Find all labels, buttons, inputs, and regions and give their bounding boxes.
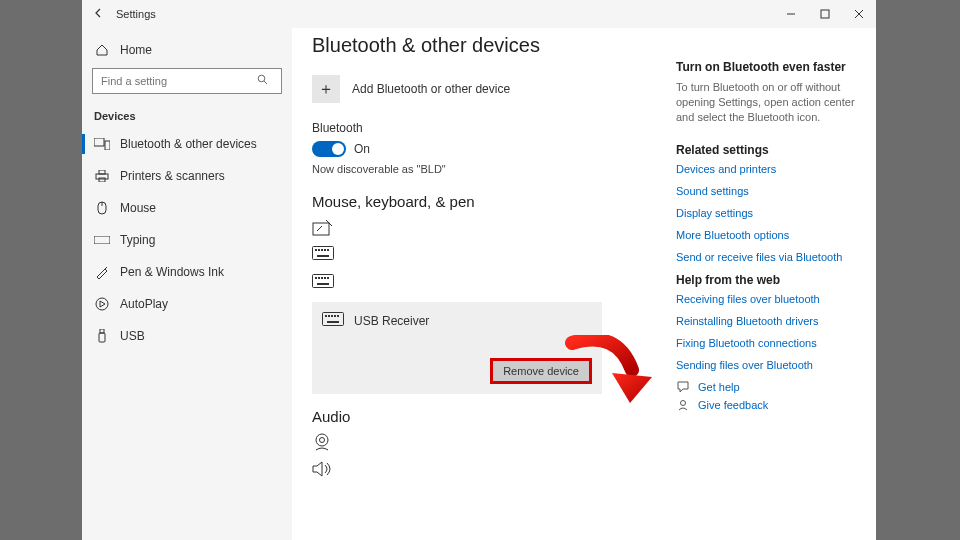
link-display-settings[interactable]: Display settings bbox=[676, 207, 864, 219]
section-audio: Audio bbox=[312, 408, 660, 425]
home-icon bbox=[94, 42, 110, 58]
close-icon bbox=[854, 9, 864, 19]
main-panel: Bluetooth & other devices ＋ Add Bluetoot… bbox=[292, 28, 676, 540]
svg-rect-34 bbox=[325, 315, 327, 317]
plus-icon: ＋ bbox=[318, 79, 334, 100]
give-feedback-label: Give feedback bbox=[698, 399, 768, 411]
svg-point-41 bbox=[320, 438, 325, 443]
link-fix-bt-connections[interactable]: Fixing Bluetooth connections bbox=[676, 337, 864, 349]
svg-rect-26 bbox=[313, 275, 334, 288]
add-device-row[interactable]: ＋ Add Bluetooth or other device bbox=[312, 75, 660, 103]
sidebar-item-bluetooth[interactable]: Bluetooth & other devices bbox=[82, 128, 292, 160]
svg-rect-11 bbox=[94, 236, 110, 244]
svg-rect-38 bbox=[337, 315, 339, 317]
svg-rect-39 bbox=[327, 321, 339, 323]
sidebar-item-autoplay[interactable]: AutoPlay bbox=[82, 288, 292, 320]
svg-rect-24 bbox=[327, 249, 329, 251]
pen-tablet-device-icon[interactable] bbox=[312, 218, 334, 236]
sidebar-item-label: AutoPlay bbox=[120, 297, 168, 311]
link-sound-settings[interactable]: Sound settings bbox=[676, 185, 864, 197]
keyboard-device-icon-2[interactable] bbox=[312, 274, 334, 292]
arrow-left-icon bbox=[93, 7, 105, 19]
keyboard-device-icon-1[interactable] bbox=[312, 246, 334, 264]
minimize-button[interactable] bbox=[774, 0, 808, 28]
svg-rect-35 bbox=[328, 315, 330, 317]
discoverable-text: Now discoverable as "BLD" bbox=[312, 163, 660, 175]
link-more-bt-options[interactable]: More Bluetooth options bbox=[676, 229, 864, 241]
content-area: Bluetooth & other devices ＋ Add Bluetoot… bbox=[292, 28, 876, 540]
svg-rect-29 bbox=[321, 277, 323, 279]
svg-rect-32 bbox=[317, 283, 329, 285]
tip-body: To turn Bluetooth on or off without open… bbox=[676, 80, 864, 125]
sidebar-section-label: Devices bbox=[82, 104, 292, 128]
sidebar-item-label: Printers & scanners bbox=[120, 169, 225, 183]
maximize-button[interactable] bbox=[808, 0, 842, 28]
remove-device-button[interactable]: Remove device bbox=[490, 358, 592, 384]
bluetooth-label: Bluetooth bbox=[312, 121, 660, 135]
add-device-button[interactable]: ＋ bbox=[312, 75, 340, 103]
maximize-icon bbox=[820, 9, 830, 19]
get-help-label: Get help bbox=[698, 381, 740, 393]
link-receive-files-bt[interactable]: Receiving files over bluetooth bbox=[676, 293, 864, 305]
devices-icon bbox=[94, 136, 110, 152]
svg-rect-30 bbox=[324, 277, 326, 279]
sidebar-item-label: Bluetooth & other devices bbox=[120, 137, 257, 151]
tip-title: Turn on Bluetooth even faster bbox=[676, 60, 864, 74]
sidebar-item-label: USB bbox=[120, 329, 145, 343]
svg-rect-16 bbox=[100, 329, 104, 333]
help-icon bbox=[676, 381, 690, 393]
sidebar-item-label: Mouse bbox=[120, 201, 156, 215]
svg-rect-33 bbox=[323, 313, 344, 326]
svg-rect-31 bbox=[327, 277, 329, 279]
link-reinstall-bt-drivers[interactable]: Reinstalling Bluetooth drivers bbox=[676, 315, 864, 327]
get-help-row[interactable]: Get help bbox=[676, 381, 864, 393]
sidebar-item-label: Typing bbox=[120, 233, 155, 247]
search-container bbox=[92, 68, 282, 94]
svg-point-42 bbox=[681, 400, 686, 405]
back-button[interactable] bbox=[82, 7, 116, 22]
bluetooth-toggle[interactable] bbox=[312, 141, 346, 157]
link-devices-printers[interactable]: Devices and printers bbox=[676, 163, 864, 175]
sidebar-home[interactable]: Home bbox=[82, 38, 292, 68]
related-links: Devices and printers Sound settings Disp… bbox=[676, 163, 864, 263]
typing-icon bbox=[94, 232, 110, 248]
svg-rect-27 bbox=[315, 277, 317, 279]
svg-rect-20 bbox=[315, 249, 317, 251]
sidebar-item-label: Pen & Windows Ink bbox=[120, 265, 224, 279]
sidebar-item-printers[interactable]: Printers & scanners bbox=[82, 160, 292, 192]
svg-rect-25 bbox=[317, 255, 329, 257]
aside-panel: Turn on Bluetooth even faster To turn Bl… bbox=[676, 28, 876, 540]
autoplay-icon bbox=[94, 296, 110, 312]
related-title: Related settings bbox=[676, 143, 864, 157]
link-send-receive-bt[interactable]: Send or receive files via Bluetooth bbox=[676, 251, 864, 263]
sidebar-item-usb[interactable]: USB bbox=[82, 320, 292, 352]
svg-rect-17 bbox=[99, 333, 105, 342]
svg-rect-4 bbox=[94, 138, 104, 146]
section-mouse-kbd: Mouse, keyboard, & pen bbox=[312, 193, 660, 210]
webcam-device-icon[interactable] bbox=[312, 433, 334, 451]
keyboard-icon bbox=[322, 312, 344, 330]
sidebar-item-typing[interactable]: Typing bbox=[82, 224, 292, 256]
svg-rect-28 bbox=[318, 277, 320, 279]
add-device-label: Add Bluetooth or other device bbox=[352, 82, 510, 96]
sidebar-home-label: Home bbox=[120, 43, 152, 57]
svg-rect-23 bbox=[324, 249, 326, 251]
search-input[interactable] bbox=[92, 68, 282, 94]
selected-device-card[interactable]: USB Receiver Remove device bbox=[312, 302, 602, 394]
svg-rect-21 bbox=[318, 249, 320, 251]
help-web-title: Help from the web bbox=[676, 273, 864, 287]
printer-icon bbox=[94, 168, 110, 184]
speaker-device-icon[interactable] bbox=[312, 461, 334, 479]
sidebar-item-pen[interactable]: Pen & Windows Ink bbox=[82, 256, 292, 288]
minimize-icon bbox=[786, 9, 796, 19]
pen-icon bbox=[94, 264, 110, 280]
svg-rect-7 bbox=[99, 170, 105, 174]
close-button[interactable] bbox=[842, 0, 876, 28]
window-controls bbox=[774, 0, 876, 28]
link-send-files-bt[interactable]: Sending files over Bluetooth bbox=[676, 359, 864, 371]
titlebar: Settings bbox=[82, 0, 876, 28]
settings-window: Settings Home Dev bbox=[82, 0, 876, 540]
help-web-links: Receiving files over bluetooth Reinstall… bbox=[676, 293, 864, 371]
sidebar-item-mouse[interactable]: Mouse bbox=[82, 192, 292, 224]
give-feedback-row[interactable]: Give feedback bbox=[676, 399, 864, 411]
